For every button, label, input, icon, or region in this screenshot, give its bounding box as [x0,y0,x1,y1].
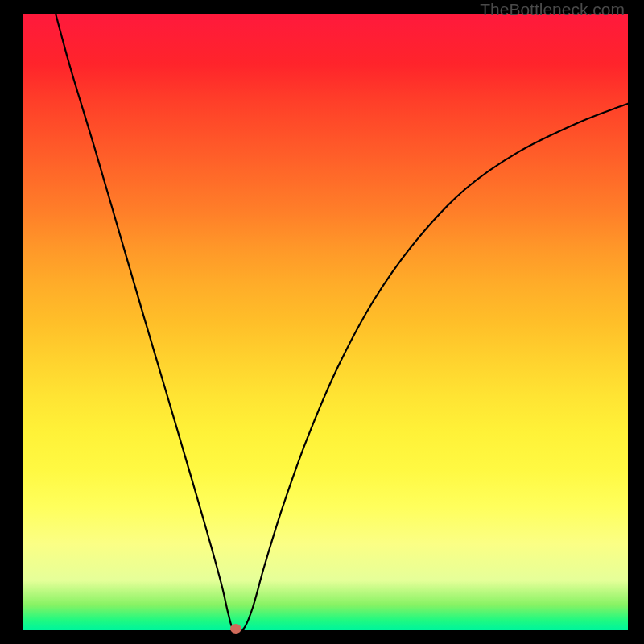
plot-area [23,14,628,630]
bottleneck-curve [23,14,628,630]
chart-frame: TheBottleneck.com [0,0,644,644]
watermark-text: TheBottleneck.com [480,0,625,19]
optimal-marker [230,624,242,634]
